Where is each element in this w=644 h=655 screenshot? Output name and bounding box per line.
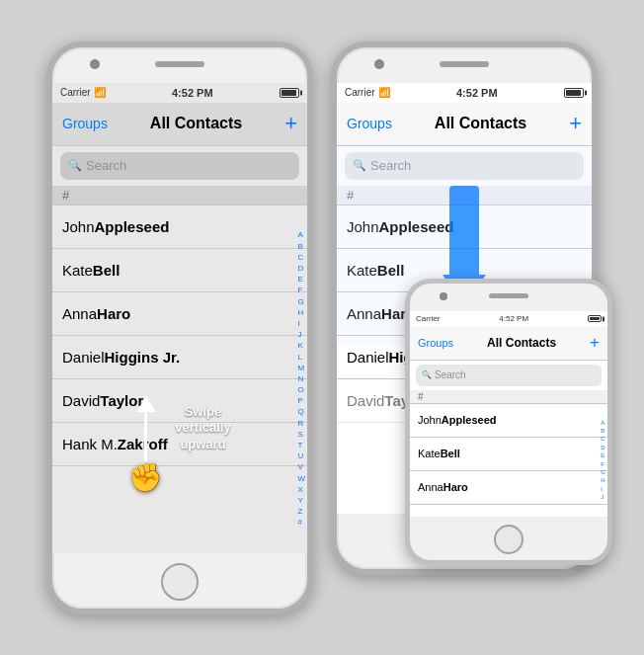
- nav-title: All Contacts: [150, 115, 242, 132]
- mini-home-button[interactable]: [494, 525, 523, 554]
- right-search-icon: 🔍: [353, 159, 366, 172]
- right-add-contact-button[interactable]: +: [569, 113, 582, 134]
- mini-search-text: Search: [435, 369, 466, 380]
- mini-section-header: #: [410, 390, 607, 404]
- search-bar[interactable]: 🔍 Search: [60, 152, 299, 180]
- right-nav-title: All Contacts: [435, 115, 526, 132]
- section-header-hash: #: [52, 186, 307, 205]
- right-search-bar[interactable]: 🔍 Search: [345, 152, 584, 180]
- arrow-line: [144, 412, 147, 461]
- right-groups-button[interactable]: Groups: [347, 116, 392, 131]
- mini-camera: [440, 292, 447, 300]
- right-status-left: Carrier 📶: [345, 87, 390, 98]
- mini-nav-bar: Groups All Contacts +: [410, 327, 607, 361]
- nav-bar: Groups All Contacts +: [52, 103, 307, 146]
- mini-search-bar[interactable]: 🔍 Search: [416, 365, 602, 386]
- mini-phone: Carrier 4:52 PM Groups All Contacts + 🔍 …: [405, 279, 612, 565]
- mini-contact[interactable]: John Appleseed: [410, 404, 607, 438]
- hand-icon: ✊: [128, 461, 163, 494]
- contact-item[interactable]: John Appleseed: [52, 205, 307, 249]
- mini-nav-title: All Contacts: [487, 336, 556, 350]
- status-right: [280, 88, 299, 98]
- mini-screen: Carrier 4:52 PM Groups All Contacts + 🔍 …: [410, 311, 607, 517]
- right-search-placeholder: Search: [370, 158, 411, 173]
- carrier-label: Carrier: [60, 87, 91, 98]
- mini-carrier: Carrier: [416, 314, 440, 323]
- add-contact-button[interactable]: +: [284, 113, 297, 134]
- status-bar: Carrier 📶 4:52 PM: [52, 83, 307, 103]
- mini-time: 4:52 PM: [499, 314, 528, 323]
- phone-camera: [90, 59, 100, 69]
- search-icon: 🔍: [68, 159, 82, 172]
- mini-battery: [588, 315, 602, 322]
- left-phone: Carrier 📶 4:52 PM Groups All Contacts + …: [46, 41, 313, 614]
- contact-list: John Appleseed Kate Bell Anna Haro Danie…: [52, 205, 307, 553]
- right-section-header: #: [337, 186, 592, 205]
- gesture-area: ✊ Swipeverticallyupward: [52, 396, 307, 494]
- time-label: 4:52 PM: [172, 87, 213, 99]
- mini-search-icon: 🔍: [422, 370, 432, 379]
- groups-button[interactable]: Groups: [62, 116, 108, 131]
- right-phone-container: Carrier 📶 4:52 PM Groups All Contacts + …: [331, 41, 598, 614]
- mini-groups-button[interactable]: Groups: [418, 337, 453, 349]
- mini-contact[interactable]: Anna Haro: [410, 471, 607, 505]
- right-phone-speaker: [440, 61, 489, 67]
- phone-speaker: [155, 61, 204, 67]
- wifi-icon: 📶: [94, 87, 106, 98]
- home-button[interactable]: [161, 563, 199, 601]
- mini-alphabet-index: ABCDEFGHIJ: [601, 404, 605, 517]
- right-time-label: 4:52 PM: [456, 87, 498, 99]
- status-left: Carrier 📶: [60, 87, 106, 98]
- search-placeholder: Search: [86, 158, 126, 173]
- right-status-right: [564, 88, 584, 98]
- contact-item[interactable]: John Appleseed: [337, 205, 592, 249]
- mini-contact[interactable]: Kate Bell: [410, 438, 607, 471]
- right-carrier-label: Carrier: [345, 87, 375, 98]
- right-status-bar: Carrier 📶 4:52 PM: [337, 83, 592, 103]
- contact-item[interactable]: Anna Haro: [52, 292, 307, 336]
- arrow-up-icon: [136, 396, 156, 412]
- left-phone-screen: Carrier 📶 4:52 PM Groups All Contacts + …: [52, 83, 307, 553]
- mini-contact[interactable]: Daniel Higgins Jr.: [410, 505, 607, 517]
- right-wifi-icon: 📶: [378, 87, 390, 98]
- right-phone-camera: [374, 59, 384, 69]
- mini-add-button[interactable]: +: [590, 333, 600, 353]
- right-nav-bar: Groups All Contacts +: [337, 103, 592, 146]
- mini-status-bar: Carrier 4:52 PM: [410, 311, 607, 327]
- mini-speaker: [489, 293, 528, 298]
- battery-icon: [280, 88, 299, 98]
- right-battery-icon: [564, 88, 584, 98]
- contact-item[interactable]: Daniel Higgins Jr.: [52, 336, 307, 379]
- gesture-label: Swipeverticallyupward: [175, 404, 230, 454]
- contact-item[interactable]: Kate Bell: [52, 249, 307, 292]
